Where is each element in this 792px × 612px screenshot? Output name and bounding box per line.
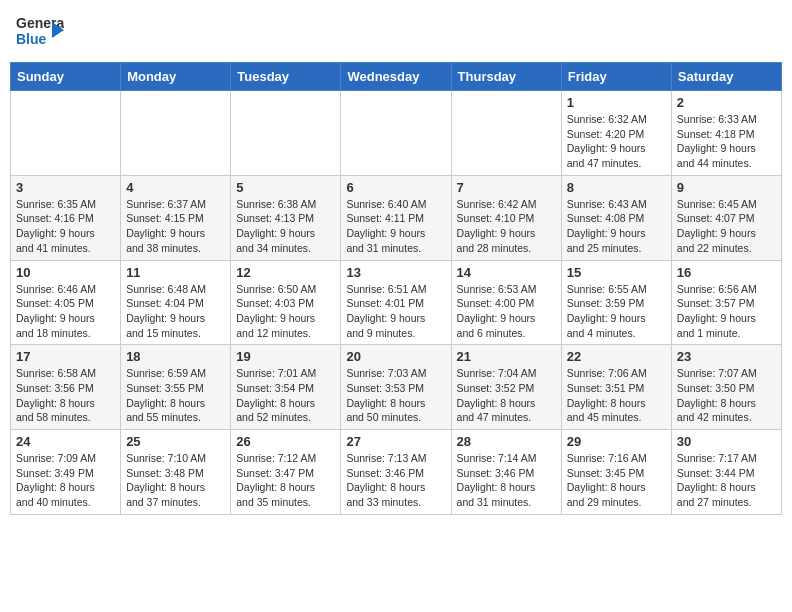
week-row-1: 1Sunrise: 6:32 AM Sunset: 4:20 PM Daylig… — [11, 91, 782, 176]
day-cell: 5Sunrise: 6:38 AM Sunset: 4:13 PM Daylig… — [231, 175, 341, 260]
day-info: Sunrise: 7:03 AM Sunset: 3:53 PM Dayligh… — [346, 366, 445, 425]
day-number: 29 — [567, 434, 666, 449]
day-number: 1 — [567, 95, 666, 110]
day-cell: 30Sunrise: 7:17 AM Sunset: 3:44 PM Dayli… — [671, 430, 781, 515]
day-info: Sunrise: 6:42 AM Sunset: 4:10 PM Dayligh… — [457, 197, 556, 256]
week-row-2: 3Sunrise: 6:35 AM Sunset: 4:16 PM Daylig… — [11, 175, 782, 260]
day-cell — [451, 91, 561, 176]
day-cell: 6Sunrise: 6:40 AM Sunset: 4:11 PM Daylig… — [341, 175, 451, 260]
week-row-4: 17Sunrise: 6:58 AM Sunset: 3:56 PM Dayli… — [11, 345, 782, 430]
day-number: 3 — [16, 180, 115, 195]
day-cell: 17Sunrise: 6:58 AM Sunset: 3:56 PM Dayli… — [11, 345, 121, 430]
day-cell — [11, 91, 121, 176]
day-number: 20 — [346, 349, 445, 364]
day-number: 28 — [457, 434, 556, 449]
day-number: 17 — [16, 349, 115, 364]
day-number: 10 — [16, 265, 115, 280]
day-cell: 29Sunrise: 7:16 AM Sunset: 3:45 PM Dayli… — [561, 430, 671, 515]
day-info: Sunrise: 6:32 AM Sunset: 4:20 PM Dayligh… — [567, 112, 666, 171]
day-info: Sunrise: 6:43 AM Sunset: 4:08 PM Dayligh… — [567, 197, 666, 256]
day-number: 21 — [457, 349, 556, 364]
day-info: Sunrise: 7:12 AM Sunset: 3:47 PM Dayligh… — [236, 451, 335, 510]
day-number: 4 — [126, 180, 225, 195]
day-cell: 21Sunrise: 7:04 AM Sunset: 3:52 PM Dayli… — [451, 345, 561, 430]
day-info: Sunrise: 6:53 AM Sunset: 4:00 PM Dayligh… — [457, 282, 556, 341]
day-info: Sunrise: 6:58 AM Sunset: 3:56 PM Dayligh… — [16, 366, 115, 425]
day-number: 9 — [677, 180, 776, 195]
weekday-header-friday: Friday — [561, 63, 671, 91]
day-number: 11 — [126, 265, 225, 280]
logo-icon: General Blue — [14, 10, 64, 54]
day-cell: 25Sunrise: 7:10 AM Sunset: 3:48 PM Dayli… — [121, 430, 231, 515]
weekday-header-wednesday: Wednesday — [341, 63, 451, 91]
weekday-header-saturday: Saturday — [671, 63, 781, 91]
day-cell: 1Sunrise: 6:32 AM Sunset: 4:20 PM Daylig… — [561, 91, 671, 176]
weekday-header-thursday: Thursday — [451, 63, 561, 91]
weekday-header-monday: Monday — [121, 63, 231, 91]
header: General Blue — [10, 10, 782, 54]
day-number: 12 — [236, 265, 335, 280]
day-info: Sunrise: 6:56 AM Sunset: 3:57 PM Dayligh… — [677, 282, 776, 341]
day-cell: 24Sunrise: 7:09 AM Sunset: 3:49 PM Dayli… — [11, 430, 121, 515]
day-info: Sunrise: 7:10 AM Sunset: 3:48 PM Dayligh… — [126, 451, 225, 510]
day-cell: 20Sunrise: 7:03 AM Sunset: 3:53 PM Dayli… — [341, 345, 451, 430]
day-number: 18 — [126, 349, 225, 364]
day-number: 22 — [567, 349, 666, 364]
day-info: Sunrise: 7:07 AM Sunset: 3:50 PM Dayligh… — [677, 366, 776, 425]
day-info: Sunrise: 6:50 AM Sunset: 4:03 PM Dayligh… — [236, 282, 335, 341]
day-cell: 16Sunrise: 6:56 AM Sunset: 3:57 PM Dayli… — [671, 260, 781, 345]
day-cell: 2Sunrise: 6:33 AM Sunset: 4:18 PM Daylig… — [671, 91, 781, 176]
week-row-3: 10Sunrise: 6:46 AM Sunset: 4:05 PM Dayli… — [11, 260, 782, 345]
day-cell: 28Sunrise: 7:14 AM Sunset: 3:46 PM Dayli… — [451, 430, 561, 515]
day-info: Sunrise: 6:51 AM Sunset: 4:01 PM Dayligh… — [346, 282, 445, 341]
day-cell: 8Sunrise: 6:43 AM Sunset: 4:08 PM Daylig… — [561, 175, 671, 260]
day-info: Sunrise: 7:17 AM Sunset: 3:44 PM Dayligh… — [677, 451, 776, 510]
day-cell: 3Sunrise: 6:35 AM Sunset: 4:16 PM Daylig… — [11, 175, 121, 260]
day-info: Sunrise: 7:16 AM Sunset: 3:45 PM Dayligh… — [567, 451, 666, 510]
day-number: 5 — [236, 180, 335, 195]
day-info: Sunrise: 6:45 AM Sunset: 4:07 PM Dayligh… — [677, 197, 776, 256]
day-number: 27 — [346, 434, 445, 449]
day-number: 13 — [346, 265, 445, 280]
day-info: Sunrise: 7:09 AM Sunset: 3:49 PM Dayligh… — [16, 451, 115, 510]
day-info: Sunrise: 6:46 AM Sunset: 4:05 PM Dayligh… — [16, 282, 115, 341]
day-cell — [231, 91, 341, 176]
day-info: Sunrise: 6:59 AM Sunset: 3:55 PM Dayligh… — [126, 366, 225, 425]
day-number: 15 — [567, 265, 666, 280]
day-info: Sunrise: 6:55 AM Sunset: 3:59 PM Dayligh… — [567, 282, 666, 341]
day-cell — [341, 91, 451, 176]
day-info: Sunrise: 7:04 AM Sunset: 3:52 PM Dayligh… — [457, 366, 556, 425]
day-number: 14 — [457, 265, 556, 280]
day-cell: 7Sunrise: 6:42 AM Sunset: 4:10 PM Daylig… — [451, 175, 561, 260]
weekday-header-row: SundayMondayTuesdayWednesdayThursdayFrid… — [11, 63, 782, 91]
calendar: SundayMondayTuesdayWednesdayThursdayFrid… — [10, 62, 782, 515]
week-row-5: 24Sunrise: 7:09 AM Sunset: 3:49 PM Dayli… — [11, 430, 782, 515]
day-info: Sunrise: 6:48 AM Sunset: 4:04 PM Dayligh… — [126, 282, 225, 341]
day-number: 7 — [457, 180, 556, 195]
day-info: Sunrise: 6:35 AM Sunset: 4:16 PM Dayligh… — [16, 197, 115, 256]
svg-text:Blue: Blue — [16, 31, 47, 47]
day-info: Sunrise: 6:37 AM Sunset: 4:15 PM Dayligh… — [126, 197, 225, 256]
day-cell: 12Sunrise: 6:50 AM Sunset: 4:03 PM Dayli… — [231, 260, 341, 345]
day-number: 6 — [346, 180, 445, 195]
day-info: Sunrise: 7:06 AM Sunset: 3:51 PM Dayligh… — [567, 366, 666, 425]
day-info: Sunrise: 6:33 AM Sunset: 4:18 PM Dayligh… — [677, 112, 776, 171]
day-cell: 14Sunrise: 6:53 AM Sunset: 4:00 PM Dayli… — [451, 260, 561, 345]
day-info: Sunrise: 7:13 AM Sunset: 3:46 PM Dayligh… — [346, 451, 445, 510]
day-cell: 22Sunrise: 7:06 AM Sunset: 3:51 PM Dayli… — [561, 345, 671, 430]
day-number: 19 — [236, 349, 335, 364]
day-cell: 19Sunrise: 7:01 AM Sunset: 3:54 PM Dayli… — [231, 345, 341, 430]
day-cell: 9Sunrise: 6:45 AM Sunset: 4:07 PM Daylig… — [671, 175, 781, 260]
day-cell: 26Sunrise: 7:12 AM Sunset: 3:47 PM Dayli… — [231, 430, 341, 515]
day-number: 25 — [126, 434, 225, 449]
day-cell — [121, 91, 231, 176]
day-number: 23 — [677, 349, 776, 364]
day-cell: 18Sunrise: 6:59 AM Sunset: 3:55 PM Dayli… — [121, 345, 231, 430]
logo: General Blue — [14, 10, 64, 54]
day-cell: 15Sunrise: 6:55 AM Sunset: 3:59 PM Dayli… — [561, 260, 671, 345]
day-number: 8 — [567, 180, 666, 195]
day-number: 26 — [236, 434, 335, 449]
day-info: Sunrise: 6:38 AM Sunset: 4:13 PM Dayligh… — [236, 197, 335, 256]
day-cell: 23Sunrise: 7:07 AM Sunset: 3:50 PM Dayli… — [671, 345, 781, 430]
day-number: 16 — [677, 265, 776, 280]
